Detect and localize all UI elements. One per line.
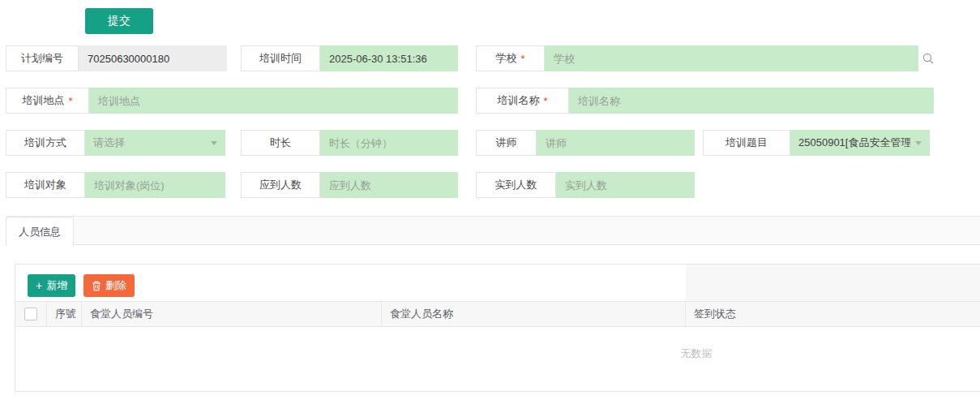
caret-down-icon xyxy=(915,141,922,145)
field-lecturer: 讲师 xyxy=(476,130,695,156)
school-input[interactable] xyxy=(545,45,918,71)
table-header: 序號 食堂人员编号 食堂人员名称 签到状态 xyxy=(15,301,980,327)
add-button[interactable]: + 新增 xyxy=(28,274,75,297)
training-topic-label: 培训题目 xyxy=(703,130,790,156)
field-expected-count: 应到人数 xyxy=(241,172,458,198)
plan-number-input[interactable] xyxy=(79,45,227,71)
training-name-label: 培训名称 * xyxy=(476,88,569,114)
plus-icon: + xyxy=(36,280,42,291)
label-text: 培训题目 xyxy=(725,136,768,150)
label-text: 培训名称 xyxy=(497,93,539,108)
label-text: 计划编号 xyxy=(21,51,63,66)
lecturer-input[interactable] xyxy=(537,130,695,156)
required-asterisk: * xyxy=(543,95,547,107)
tab-bar: 人员信息 xyxy=(6,216,980,245)
field-duration: 时长 xyxy=(241,130,458,156)
field-training-method: 培训方式 请选择 xyxy=(6,130,225,156)
field-training-place: 培训地点 * xyxy=(6,88,458,114)
field-plan-number: 计划编号 xyxy=(6,45,227,71)
add-button-label: 新增 xyxy=(46,278,67,293)
personnel-panel: + 新增 删除 序號 食堂人员编号 食堂人员名称 签到状态 xyxy=(15,264,980,392)
caret-down-icon xyxy=(211,141,217,145)
header-signin-status: 签到状态 xyxy=(686,302,980,326)
field-actual-count: 实到人数 xyxy=(476,172,695,198)
training-method-label: 培训方式 xyxy=(6,130,85,156)
field-training-name: 培训名称 * xyxy=(476,88,934,114)
trash-icon xyxy=(92,281,101,291)
actual-count-label: 实到人数 xyxy=(476,172,556,198)
delete-button-label: 删除 xyxy=(105,278,126,293)
training-topic-select[interactable]: 25050901[食品安全管理 xyxy=(790,130,930,156)
training-time-input[interactable] xyxy=(320,45,458,71)
duration-label: 时长 xyxy=(241,130,320,156)
label-text: 讲师 xyxy=(496,136,517,150)
duration-input[interactable] xyxy=(320,130,458,156)
label-text: 培训时间 xyxy=(259,51,302,66)
label-text: 培训地点 xyxy=(22,93,64,108)
label-text: 时长 xyxy=(270,136,291,150)
fixed-column-header-filler xyxy=(686,265,980,301)
search-icon[interactable] xyxy=(922,52,935,68)
training-place-input[interactable] xyxy=(89,88,458,114)
training-place-label: 培训地点 * xyxy=(6,88,89,114)
training-time-label: 培训时间 xyxy=(241,45,320,71)
plan-number-label: 计划编号 xyxy=(6,45,79,71)
required-asterisk: * xyxy=(520,53,524,65)
delete-button[interactable]: 删除 xyxy=(83,274,135,297)
select-value: 25050901[食品安全管理 xyxy=(798,136,910,150)
required-asterisk: * xyxy=(68,95,72,107)
field-training-target: 培训对象 xyxy=(6,172,225,198)
expected-count-label: 应到人数 xyxy=(241,172,320,198)
lecturer-label: 讲师 xyxy=(476,130,537,156)
header-index: 序號 xyxy=(47,302,82,326)
training-target-input[interactable] xyxy=(85,172,225,198)
training-method-select[interactable]: 请选择 xyxy=(85,130,225,156)
select-all-checkbox[interactable] xyxy=(24,308,37,321)
training-name-input[interactable] xyxy=(569,88,934,114)
header-checkbox-cell xyxy=(15,302,47,326)
label-text: 学校 xyxy=(495,51,516,66)
school-label: 学校 * xyxy=(476,45,545,71)
label-text: 培训对象 xyxy=(24,178,66,192)
select-placeholder: 请选择 xyxy=(93,136,125,150)
label-text: 应到人数 xyxy=(259,178,302,192)
training-form-page: 提交 计划编号 培训时间 学校 * 培训地点 * xyxy=(0,0,980,413)
field-school: 学校 * xyxy=(476,45,918,71)
tab-personnel-info[interactable]: 人员信息 xyxy=(6,217,74,246)
tab-label: 人员信息 xyxy=(19,225,61,239)
actual-count-input[interactable] xyxy=(556,172,695,198)
field-training-topic: 培训题目 25050901[食品安全管理 xyxy=(703,130,930,156)
submit-button[interactable]: 提交 xyxy=(85,8,153,34)
label-text: 培训方式 xyxy=(24,136,66,150)
header-staff-name: 食堂人员名称 xyxy=(382,302,686,326)
empty-data-text: 无数据 xyxy=(656,346,737,362)
training-target-label: 培训对象 xyxy=(6,172,85,198)
header-staff-no: 食堂人员编号 xyxy=(82,302,382,326)
expected-count-input[interactable] xyxy=(320,172,458,198)
field-training-time: 培训时间 xyxy=(241,45,458,71)
label-text: 实到人数 xyxy=(495,178,537,192)
